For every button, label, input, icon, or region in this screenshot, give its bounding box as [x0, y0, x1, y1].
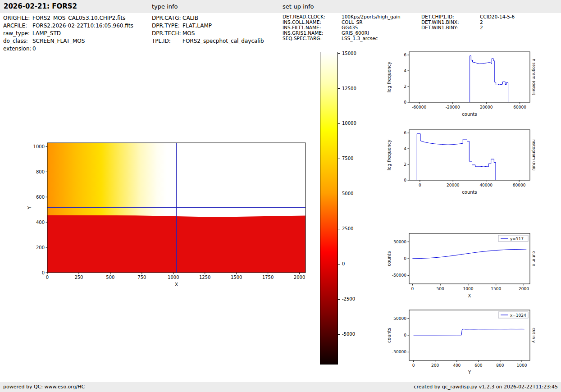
colorbar-tick-label: 12500 — [342, 86, 356, 91]
histogram-full-canvas: 02000040000600000246countslog frequencyh… — [384, 125, 535, 199]
meta-label: do_class: — [3, 37, 32, 45]
meta-row: INS.GRIS1.NAME:GRIS_600RI — [283, 30, 401, 36]
x-tick-label: 60000 — [513, 105, 526, 109]
x-tick-label: 1000 — [517, 363, 527, 368]
colorbar-tick-label: 10000 — [342, 120, 356, 126]
x-tick-label: 1000 — [463, 287, 473, 291]
meta-value: MOS — [182, 30, 195, 36]
y-tick-label: 800 — [36, 169, 45, 174]
y-tick-label: 2 — [404, 162, 406, 167]
meta-value: 0 — [32, 46, 36, 52]
colorbar-tick-mark — [338, 53, 340, 54]
series-line — [417, 134, 496, 180]
meta-label: DPR.CATG: — [152, 14, 182, 22]
footer-left-text: powered by QC: www.eso.org/HC — [3, 384, 85, 390]
colorbar-tick-mark — [338, 123, 340, 124]
series-line — [414, 329, 525, 335]
y-tick-label: 6 — [404, 53, 406, 57]
meta-label: DET.READ.CLOCK: — [283, 14, 342, 19]
image-region-gradient — [47, 143, 167, 216]
meta-row: DET.WIN1.BINX:2 — [421, 19, 515, 25]
meta-value: 100Kps/2ports/high_gain — [342, 14, 401, 19]
series-line — [470, 56, 508, 102]
cut-in-y-plot: 02004006008001000-50000050000Ycountscut … — [384, 305, 535, 381]
right-axis-label: histogram (detail) — [532, 59, 535, 96]
x-tick-label: 200 — [431, 363, 439, 368]
colorbar-tick-label: -2500 — [342, 296, 355, 302]
x-tick-label: 2000 — [519, 287, 529, 291]
x-tick-label: 800 — [496, 363, 504, 368]
y-tick-label: 50000 — [393, 240, 406, 244]
colorbar-tick-label: 2500 — [342, 226, 353, 232]
meta-value: GRIS_600RI — [342, 30, 369, 36]
meta-row: SEQ.SPEC.TARG:LSS_1.3_arcsec — [283, 36, 401, 41]
x-axis-label: X — [175, 282, 178, 287]
x-tick-label: 1750 — [262, 275, 274, 280]
meta-label: ARCFILE: — [3, 22, 32, 30]
colorbar-tick-label: 0 — [342, 261, 345, 267]
meta-value: FORS2_MOS_CAL053.10.CHIP2.fits — [32, 15, 126, 21]
meta-row: do_class:SCREEN_FLAT_MOS — [3, 37, 133, 45]
x-tick-label: -20000 — [446, 105, 460, 109]
meta-value: FORS2.2026-02-22T10:16:05.960.fits — [32, 23, 133, 29]
y-tick-label: 4 — [404, 68, 406, 73]
meta-row: TPL.ID:FORS2_specphot_cal_daycalib — [152, 37, 264, 45]
colorbar-tick-mark — [338, 264, 340, 264]
meta-label: DET.WIN1.BINY: — [421, 25, 480, 30]
meta-label: DET.WIN1.BINX: — [421, 19, 480, 25]
type-info-heading: type info — [152, 3, 178, 10]
x-tick-label: 1000 — [168, 275, 179, 280]
right-axis-label: cut in x — [532, 251, 535, 266]
meta-row: DPR.TECH:MOS — [152, 30, 264, 37]
colorbar-gradient — [320, 52, 338, 365]
meta-label: DPR.TYPE: — [152, 22, 182, 30]
y-tick-label: 0 — [404, 178, 406, 182]
meta-value: LSS_1.3_arcsec — [342, 36, 378, 41]
main-image-canvas: 0250500750100012501500175020000200400600… — [25, 138, 311, 293]
meta-label: extension: — [3, 45, 32, 53]
x-tick-label: 400 — [453, 363, 461, 368]
x-tick-label: 600 — [474, 363, 482, 368]
setup-info-block: DET.READ.CLOCK:100Kps/2ports/high_gain I… — [283, 14, 401, 41]
y-tick-label: 0 — [42, 270, 45, 275]
meta-label: TPL.ID: — [152, 37, 182, 45]
file-info-block: ORIGFILE:FORS2_MOS_CAL053.10.CHIP2.fits … — [3, 14, 133, 53]
meta-row: extension:0 — [3, 45, 133, 53]
y-tick-label: -50000 — [392, 273, 406, 278]
x-axis-label: counts — [462, 190, 477, 195]
setup-info-heading: set-up info — [283, 3, 314, 10]
y-axis-label: log frequency — [387, 140, 392, 171]
colorbar-tick-label: 5000 — [342, 191, 353, 196]
type-info-block: DPR.CATG:CALIB DPR.TYPE:FLAT,LAMP DPR.TE… — [152, 14, 264, 45]
x-tick-label: 1500 — [491, 287, 501, 291]
colorbar-tick-mark — [338, 159, 340, 159]
x-tick-label: 0 — [412, 363, 415, 368]
legend-label: y=517 — [510, 237, 524, 241]
colorbar-tick-mark — [338, 229, 340, 229]
cut-in-y-canvas: 02004006008001000-50000050000Ycountscut … — [384, 305, 535, 379]
y-axis-label: counts — [387, 328, 392, 342]
y-tick-label: 50000 — [393, 316, 406, 321]
meta-row: INS.COLL.NAME:COLL_SR — [283, 19, 401, 25]
meta-label: ORIGFILE: — [3, 14, 32, 22]
y-tick-label: 4 — [404, 146, 406, 151]
colorbar-tick-label: 15000 — [342, 50, 356, 56]
y-tick-label: 0 — [404, 333, 406, 337]
colorbar-tick-mark — [338, 88, 340, 89]
colorbar-tick-label: 7500 — [342, 155, 353, 161]
header-bar: 2026-02-21: FORS2 type info set-up info — [0, 0, 561, 13]
meta-label: INS.COLL.NAME: — [283, 19, 342, 25]
y-tick-label: 0 — [404, 256, 406, 261]
x-tick-label: 0 — [46, 275, 49, 280]
meta-row: DET.WIN1.BINY:2 — [421, 25, 515, 30]
meta-label: INS.GRIS1.NAME: — [283, 30, 342, 36]
meta-row: ORIGFILE:FORS2_MOS_CAL053.10.CHIP2.fits — [3, 14, 133, 22]
x-axis-label: counts — [462, 112, 477, 117]
meta-label: INS.FILT1.NAME: — [283, 25, 342, 30]
meta-label: raw_type: — [3, 30, 32, 37]
meta-label: DPR.TECH: — [152, 30, 182, 37]
y-tick-label: 400 — [36, 220, 45, 225]
colorbar: 1500012500100007500500025000-2500-5000 — [320, 52, 374, 365]
meta-row: DET.CHIP1.ID:CCID20-14-5-6 — [421, 14, 515, 19]
meta-label: DET.CHIP1.ID: — [421, 14, 480, 19]
